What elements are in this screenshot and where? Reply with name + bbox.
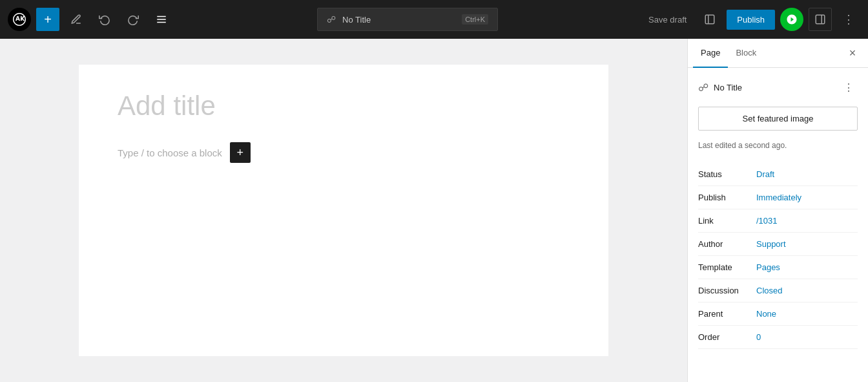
sidebar-close-button[interactable]: × [842,43,863,63]
meta-value[interactable]: Closed [756,286,782,295]
meta-label: Status [698,169,756,179]
tab-page[interactable]: Page [693,39,728,68]
meta-label: Discussion [698,286,756,295]
save-draft-button[interactable]: Save draft [642,11,693,28]
wp-logo[interactable] [8,8,31,31]
svg-rect-3 [706,15,715,24]
page-more-button[interactable]: ⋮ [840,78,858,96]
view-button[interactable] [698,8,721,31]
list-view-button[interactable] [150,8,173,31]
meta-label: Author [698,239,756,249]
meta-value[interactable]: Immediately [756,193,801,202]
last-edited-text: Last edited a second ago. [698,141,858,150]
title-placeholder[interactable]: Add title [118,90,570,122]
block-placeholder-text[interactable]: Type / to choose a block [118,147,222,158]
meta-value[interactable]: Draft [756,169,774,179]
page-title-row: ☍ No Title ⋮ [698,78,858,96]
editor-content: Add title Type / to choose a block + [79,65,608,356]
meta-value[interactable]: None [756,309,776,319]
tab-block[interactable]: Block [728,39,764,68]
meta-label: Publish [698,193,756,202]
document-icon: ☍ [698,81,708,94]
set-featured-image-button[interactable]: Set featured image [698,107,858,131]
meta-row: StatusDraft [698,163,858,186]
editor-area: Add title Type / to choose a block + [0,39,687,382]
meta-label: Link [698,216,756,226]
sidebar-toggle-button[interactable] [809,8,832,31]
meta-row: DiscussionClosed [698,279,858,302]
meta-value[interactable]: 0 [756,332,761,342]
right-sidebar: Page Block × ☍ No Title ⋮ Set featured i… [687,39,868,382]
search-bar[interactable]: ☍ No Title Ctrl+K [317,8,498,31]
meta-row: ParentNone [698,302,858,326]
topbar-right: Save draft Publish ⋮ [642,8,860,31]
meta-row: AuthorSupport [698,233,858,256]
meta-value[interactable]: Support [756,239,786,249]
search-bar-title: No Title [342,15,455,25]
topbar-center: ☍ No Title Ctrl+K [178,8,637,31]
meta-row: Order0 [698,326,858,349]
meta-label: Template [698,262,756,272]
sidebar-body: ☍ No Title ⋮ Set featured image Last edi… [688,68,868,359]
redo-button[interactable] [121,8,145,31]
more-options-button[interactable]: ⋮ [837,8,860,31]
sidebar-tabs: Page Block × [688,39,868,68]
meta-value[interactable]: Pages [756,262,780,272]
document-icon: ☍ [327,14,336,25]
meta-value[interactable]: /1031 [756,216,778,226]
add-block-button[interactable]: + [36,8,59,31]
publish-button[interactable]: Publish [727,10,775,30]
svg-rect-5 [816,15,825,24]
undo-button[interactable] [93,8,116,31]
meta-label: Order [698,332,756,342]
add-block-inline-button[interactable]: + [230,142,251,163]
block-placeholder-row: Type / to choose a block + [118,142,570,163]
meta-label: Parent [698,309,756,319]
topbar: + ☍ No Title Ctrl+K Save draft [0,0,868,39]
tools-button[interactable] [65,8,88,31]
sidebar-page-title: No Title [714,83,834,92]
sidebar-meta: StatusDraftPublishImmediatelyLink/1031Au… [698,163,858,349]
meta-row: TemplatePages [698,256,858,279]
meta-row: Link/1031 [698,209,858,233]
meta-row: PublishImmediately [698,186,858,209]
search-shortcut: Ctrl+K [462,14,488,25]
main-layout: Add title Type / to choose a block + Pag… [0,39,868,382]
jetpack-button[interactable] [780,8,803,31]
